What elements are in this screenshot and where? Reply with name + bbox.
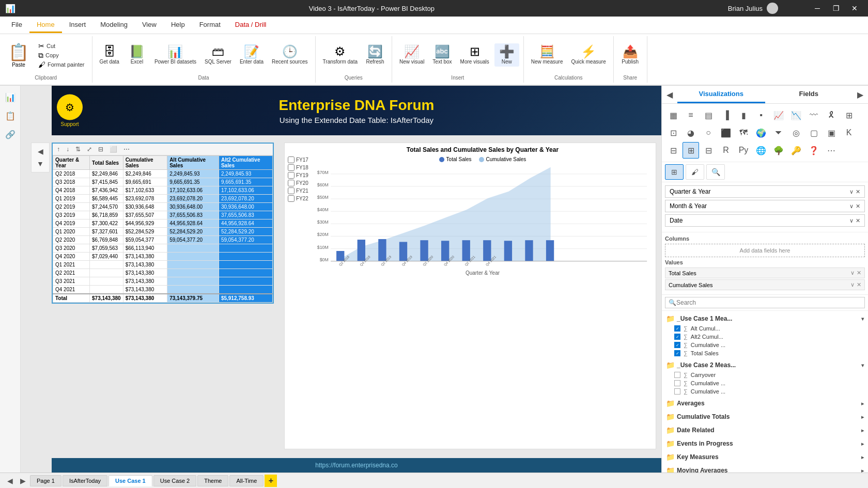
page-tab-usecase1[interactable]: Use Case 1 [109, 475, 152, 486]
format-painter-button[interactable]: 🖌 Format painter [35, 60, 88, 69]
paint-format-btn[interactable]: 🖌 [686, 164, 704, 180]
value-field-remove[interactable]: ✕ [857, 270, 861, 276]
dropdown2-chevron-icon[interactable]: ∨ [849, 203, 854, 210]
remove-filter2-icon[interactable]: ✕ [856, 203, 860, 210]
export-icon[interactable]: ⬜ [107, 145, 119, 154]
remove-filter-icon[interactable]: ✕ [856, 188, 860, 195]
field-alt2-cumul[interactable]: ✓ ∑ Alt2 Cumul... [664, 333, 866, 341]
filter-expand-icon[interactable]: ◀ [36, 145, 45, 158]
area-chart-icon[interactable]: 📉 [788, 107, 804, 123]
alt-cumul-checkbox[interactable]: ✓ [674, 325, 680, 332]
matrix-icon[interactable]: ⊟ [700, 142, 717, 159]
publish-button[interactable]: 📤 Publish [618, 43, 643, 67]
fy21-checkbox[interactable] [288, 187, 295, 194]
more-options-icon[interactable]: ⋯ [121, 145, 132, 154]
add-fields-area[interactable]: Add data fields here [665, 244, 865, 257]
field-carryover[interactable]: ∑ Carryover [664, 371, 866, 379]
fy22-filter[interactable]: FY22 [288, 195, 308, 202]
total-sales-checkbox[interactable]: ✓ [674, 350, 680, 356]
minimize-button[interactable]: ─ [809, 0, 826, 17]
fields-format-btn[interactable]: ⊞ [665, 164, 684, 180]
more-visuals-button[interactable]: ⊞ More visuals [457, 43, 492, 67]
azure-map-icon[interactable]: 🌐 [753, 142, 769, 159]
field-group-date-related-header[interactable]: 📁 Date Related ▸ [664, 424, 866, 436]
r-visual-icon[interactable]: R [718, 142, 734, 159]
col-header-quarter-year[interactable]: Quarter & Year [53, 156, 90, 170]
refresh-button[interactable]: 🔄 Refresh [363, 43, 388, 67]
alt2-cumul-checkbox[interactable]: ✓ [674, 334, 680, 340]
field-group-averages-header[interactable]: 📁 Averages ▸ [664, 398, 866, 409]
text-box-button[interactable]: 🔤 Text box [429, 43, 455, 67]
paste-button[interactable]: 📋 Paste [4, 40, 33, 70]
multi-row-card-icon[interactable]: ▣ [823, 124, 840, 141]
tab-help[interactable]: Help [164, 18, 192, 33]
ribbon-chart-icon[interactable]: 🎗 [823, 107, 840, 123]
card-icon[interactable]: ▢ [805, 124, 822, 141]
tab-insert[interactable]: Insert [62, 18, 94, 33]
fy17-checkbox[interactable] [288, 156, 295, 163]
field-group-2-header[interactable]: 📁 _Use Case 2 Meas... ▾ [664, 359, 866, 371]
100pct-bar-icon[interactable]: ▤ [700, 107, 717, 123]
panel-next-button[interactable]: ▶ [853, 86, 868, 103]
fy19-checkbox[interactable] [288, 172, 295, 179]
tab-format[interactable]: Format [192, 18, 228, 33]
page-tab-alltime[interactable]: All-Time [229, 475, 264, 486]
cumulative-checkbox[interactable]: ✓ [674, 342, 680, 348]
value-field2-dropdown[interactable]: ∨ [850, 281, 855, 288]
cut-button[interactable]: ✂ Cut [35, 41, 88, 51]
page-nav-prev[interactable]: ◀ [4, 476, 16, 486]
pie-icon[interactable]: ◕ [683, 124, 699, 141]
tab-data-drill[interactable]: Data / Drill [228, 18, 274, 33]
treemap-icon[interactable]: ⬛ [718, 124, 734, 141]
value-field2-remove[interactable]: ✕ [857, 281, 861, 288]
clustered-column-icon[interactable]: ▐ [718, 107, 734, 123]
field-cumulative[interactable]: ✓ ∑ Cumulative ... [664, 341, 866, 349]
dropdown3-chevron-icon[interactable]: ∨ [849, 217, 854, 224]
transform-data-button[interactable]: ⚙ Transform data [320, 43, 361, 67]
table-icon[interactable]: ⊞ [683, 142, 699, 159]
field-group-key-measures-header[interactable]: 📁 Key Measures ▸ [664, 451, 866, 463]
get-data-button[interactable]: 🗄 Get data [97, 43, 122, 67]
fy18-filter[interactable]: FY18 [288, 164, 308, 171]
data-view-icon[interactable]: 📋 [3, 108, 18, 123]
search-input[interactable] [676, 299, 861, 306]
restore-button[interactable]: ❐ [828, 0, 844, 17]
report-view-icon[interactable]: 📊 [3, 90, 18, 104]
filled-map-icon[interactable]: 🌍 [753, 124, 769, 141]
dropdown-chevron-icon[interactable]: ∨ [849, 188, 854, 195]
slicer-icon[interactable]: ⊟ [665, 142, 681, 159]
new-button[interactable]: ➕ New [494, 43, 519, 67]
power-bi-datasets-button[interactable]: 📊 Power BI datasets [151, 43, 199, 67]
field-group-events-header[interactable]: 📁 Events in Progress ▸ [664, 438, 866, 449]
sort-desc-icon[interactable]: ↓ [64, 145, 71, 154]
page-tab-usecase2[interactable]: Use Case 2 [153, 475, 196, 486]
key-influencers-icon[interactable]: 🔑 [788, 142, 804, 159]
field-group-1-header[interactable]: 📁 _Use Case 1 Mea... ▾ [664, 313, 866, 324]
close-button[interactable]: ✕ [846, 0, 863, 17]
copy-button[interactable]: ⧉ Copy [35, 51, 88, 60]
clustered-bar-icon[interactable]: ≡ [683, 107, 699, 123]
expand-icon[interactable]: ⤢ [85, 145, 94, 154]
excel-button[interactable]: 📗 Excel [125, 43, 149, 67]
col-header-total-sales[interactable]: Total Sales [90, 156, 123, 170]
remove-filter3-icon[interactable]: ✕ [856, 217, 860, 224]
analytics-format-btn[interactable]: 🔍 [706, 164, 725, 180]
gauge-icon[interactable]: ◎ [788, 124, 804, 141]
donut-icon[interactable]: ○ [700, 124, 717, 141]
chart-visual[interactable]: FY17 FY18 FY19 FY20 FY21 FY22 Total Sale… [284, 143, 656, 449]
fy18-checkbox[interactable] [288, 164, 295, 171]
panel-prev-button[interactable]: ◀ [662, 86, 677, 103]
python-icon[interactable]: Py [735, 142, 752, 159]
carryover-checkbox[interactable] [674, 372, 680, 378]
tab-home[interactable]: Home [29, 18, 62, 33]
add-page-button[interactable]: + [265, 475, 277, 487]
filter-funnel-icon[interactable]: ▼ [35, 158, 46, 170]
value-cumulative-sales[interactable]: Cumulative Sales ∨ ✕ [665, 279, 865, 290]
line-chart-icon[interactable]: 📈 [770, 107, 787, 123]
funnel-icon[interactable]: ⏷ [770, 124, 787, 141]
tab-file[interactable]: File [4, 18, 29, 33]
scatter-icon[interactable]: ⊡ [665, 124, 681, 141]
field-cumulative3[interactable]: ∑ Cumulative ... [664, 387, 866, 396]
fy21-filter[interactable]: FY21 [288, 187, 308, 194]
filter-table-icon[interactable]: ⊟ [96, 145, 105, 154]
